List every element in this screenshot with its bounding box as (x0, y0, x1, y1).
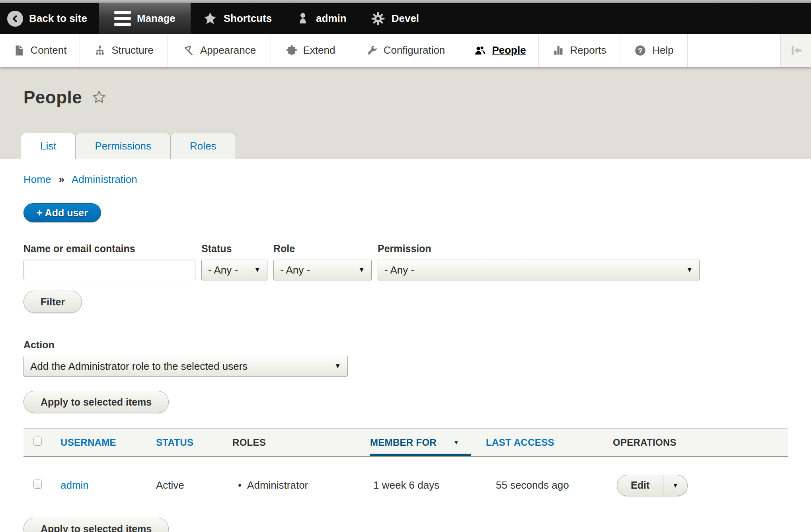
action-select[interactable]: Add the Administrator role to the select… (23, 356, 348, 377)
collapse-left-icon (789, 43, 803, 58)
menu-item-extend[interactable]: Extend (271, 34, 350, 67)
breadcrumb-home-link[interactable]: Home (23, 173, 51, 185)
primary-tabs: List Permissions Roles (21, 133, 236, 159)
permission-filter-label: Permission (378, 243, 700, 254)
back-circle-icon (7, 11, 23, 27)
admin-menu-tray: Content Structure Appearance Extend Conf… (0, 34, 811, 67)
filter-button[interactable]: Filter (23, 291, 82, 313)
add-user-button[interactable]: + Add user (23, 203, 101, 222)
tab-permissions[interactable]: Permissions (75, 133, 171, 159)
manage-label: Manage (137, 12, 175, 25)
edit-button[interactable]: Edit (617, 475, 663, 496)
filter-form: Name or email contains Status - Any - ▼ … (23, 243, 788, 280)
page-header: People List Permissions Roles (0, 67, 811, 159)
tab-list[interactable]: List (21, 133, 76, 159)
breadcrumb-separator: » (59, 173, 64, 185)
page-title: People (23, 87, 82, 107)
role-filter-select[interactable]: - Any - ▼ (273, 260, 372, 280)
operations-dropdown-button[interactable]: Edit ▼ (617, 475, 688, 496)
menu-item-configuration-label: Configuration (384, 44, 445, 56)
bar-chart-icon (552, 45, 564, 56)
star-icon (203, 11, 218, 26)
admin-account-label: admin (316, 12, 347, 25)
menu-item-appearance-label: Appearance (200, 44, 256, 56)
menu-item-structure[interactable]: Structure (80, 34, 168, 67)
tab-permissions-label: Permissions (95, 140, 151, 152)
back-to-site-button[interactable]: Back to site (0, 3, 99, 34)
svg-text:?: ? (638, 46, 643, 54)
list-bullet: • (238, 479, 242, 491)
menu-item-structure-label: Structure (111, 44, 154, 56)
paintbrush-icon (183, 45, 195, 56)
wrench-icon (366, 45, 378, 56)
back-to-site-label: Back to site (29, 12, 87, 25)
admin-account-button[interactable]: admin (284, 3, 359, 34)
name-filter-input[interactable] (23, 260, 195, 280)
row-select-checkbox[interactable] (33, 480, 42, 489)
user-icon (296, 12, 310, 26)
permission-filter-value: - Any - (384, 264, 414, 276)
action-form: Action Add the Administrator role to the… (23, 339, 788, 413)
name-filter-field: Name or email contains (23, 243, 195, 280)
menu-item-content-label: Content (30, 44, 66, 56)
menu-item-content[interactable]: Content (0, 34, 80, 67)
browser-chrome-strip (0, 0, 811, 3)
member-for-cell: 1 week 6 days (370, 479, 486, 491)
star-outline-icon[interactable] (91, 89, 107, 106)
menu-item-help-label: Help (652, 44, 673, 56)
column-header-last-access[interactable]: LAST ACCESS (486, 437, 613, 448)
main-content: Home » Administration + Add user Name or… (0, 173, 811, 532)
column-header-roles: ROLES (232, 437, 370, 448)
role-filter-label: Role (273, 243, 372, 254)
chevron-down-icon: ▼ (358, 266, 365, 274)
menu-item-reports[interactable]: Reports (539, 34, 620, 67)
permission-filter-field: Permission - Any - ▼ (378, 243, 700, 280)
tab-list-label: List (40, 140, 56, 152)
column-header-member-for-label: MEMBER FOR (370, 437, 437, 448)
permission-filter-select[interactable]: - Any - ▼ (378, 260, 700, 280)
menu-item-configuration[interactable]: Configuration (350, 34, 461, 67)
users-table: USERNAME STATUS ROLES MEMBER FOR ▼ LAST … (23, 428, 788, 514)
collapse-tray-button[interactable] (781, 34, 811, 67)
gear-icon (370, 11, 386, 26)
tray-spacer (688, 34, 781, 67)
name-filter-label: Name or email contains (23, 243, 195, 254)
sitemap-icon (94, 45, 106, 56)
manage-menu-button[interactable]: Manage (99, 3, 191, 34)
sort-desc-icon: ▼ (453, 439, 459, 446)
status-cell: Active (156, 479, 232, 491)
action-select-value: Add the Administrator role to the select… (30, 360, 248, 373)
action-label: Action (23, 339, 788, 351)
table-header-row: USERNAME STATUS ROLES MEMBER FOR ▼ LAST … (23, 428, 788, 457)
last-access-cell: 55 seconds ago (486, 479, 613, 491)
operations-caret[interactable]: ▼ (663, 475, 687, 496)
menu-item-help[interactable]: ? Help (620, 34, 688, 67)
roles-cell: • Administrator (232, 479, 370, 491)
status-filter-value: - Any - (208, 264, 238, 276)
apply-to-selected-button-top[interactable]: Apply to selected items (23, 391, 169, 413)
devel-label: Devel (392, 12, 419, 25)
role-filter-value: - Any - (280, 264, 310, 276)
column-header-member-for[interactable]: MEMBER FOR ▼ (370, 429, 486, 456)
menu-icon (114, 11, 131, 26)
breadcrumb: Home » Administration (23, 173, 788, 186)
menu-item-appearance[interactable]: Appearance (168, 34, 271, 67)
shortcuts-button[interactable]: Shortcuts (191, 3, 284, 34)
breadcrumb-administration-link[interactable]: Administration (72, 173, 137, 185)
tab-roles[interactable]: Roles (170, 133, 236, 159)
column-header-username[interactable]: USERNAME (60, 437, 156, 448)
username-link[interactable]: admin (60, 479, 89, 491)
menu-item-people-label: People (492, 44, 526, 56)
people-icon (474, 44, 486, 57)
menu-item-extend-label: Extend (303, 44, 335, 56)
apply-to-selected-button-bottom[interactable]: Apply to selected items (23, 518, 169, 532)
chevron-down-icon: ▼ (334, 362, 341, 370)
status-filter-field: Status - Any - ▼ (201, 243, 267, 280)
menu-item-people[interactable]: People (461, 34, 539, 67)
select-all-checkbox[interactable] (33, 437, 42, 446)
admin-toolbar: Back to site Manage Shortcuts admin Deve… (0, 3, 811, 34)
puzzle-icon (286, 45, 298, 56)
column-header-status[interactable]: STATUS (156, 437, 232, 448)
devel-button[interactable]: Devel (359, 3, 431, 34)
status-filter-select[interactable]: - Any - ▼ (201, 260, 267, 280)
